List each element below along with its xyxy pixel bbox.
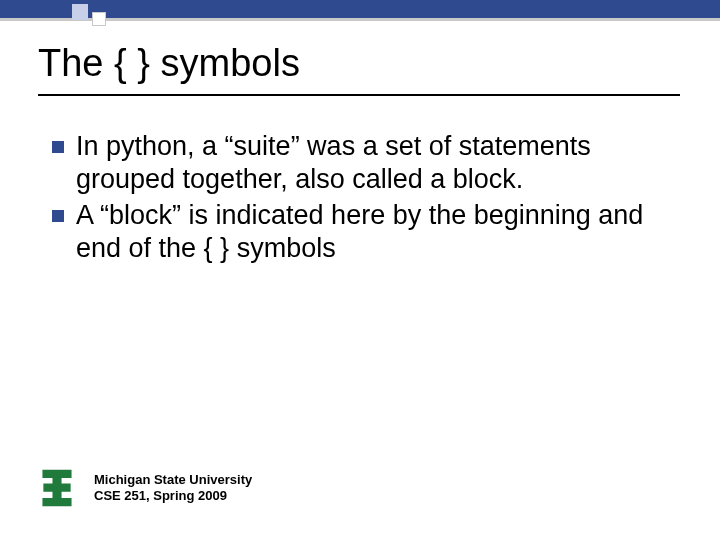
msu-logo-icon	[38, 468, 76, 508]
list-item-text: A “block” is indicated here by the begin…	[76, 199, 672, 266]
slide-footer: Michigan State University CSE 251, Sprin…	[38, 468, 252, 508]
square-bullet-icon	[52, 210, 64, 222]
decor-square-light	[72, 4, 88, 20]
list-item-text: In python, a “suite” was a set of statem…	[76, 130, 672, 197]
square-bullet-icon	[52, 141, 64, 153]
footer-line-1: Michigan State University	[94, 472, 252, 488]
footer-text: Michigan State University CSE 251, Sprin…	[94, 472, 252, 505]
footer-line-2: CSE 251, Spring 2009	[94, 488, 252, 504]
header-accent-line	[0, 18, 720, 21]
decor-square-white	[92, 12, 106, 26]
list-item: A “block” is indicated here by the begin…	[52, 199, 672, 266]
bullet-list: In python, a “suite” was a set of statem…	[52, 130, 672, 268]
list-item: In python, a “suite” was a set of statem…	[52, 130, 672, 197]
header-bar	[0, 0, 720, 18]
title-underline	[38, 94, 680, 96]
slide-title: The { } symbols	[38, 42, 300, 85]
